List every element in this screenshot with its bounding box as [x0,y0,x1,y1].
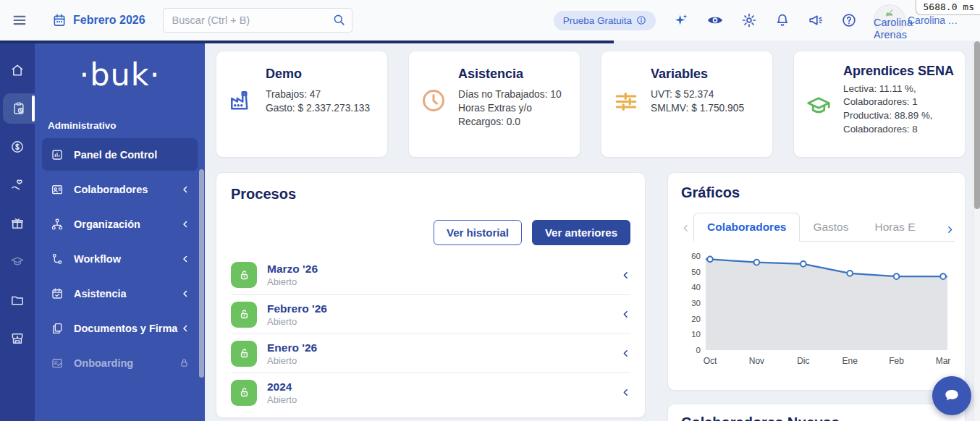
summary-card-asistencia[interactable]: Asistencia Días no Trabajados: 10 Horas … [408,51,580,158]
chevron-left-icon[interactable] [621,310,630,319]
chevron-left-icon [181,289,190,298]
module-rail [0,41,35,421]
sidebar-item-workflow[interactable]: Workflow [42,242,198,275]
proceso-status: Abierto [267,316,621,327]
card-title: Variables [651,66,762,82]
debug-timer-badge: 5688.0 ms [916,0,980,15]
chevron-left-icon [181,220,190,229]
tab-horas-extras[interactable]: Horas Extras [862,213,916,242]
trial-badge[interactable]: Prueba Gratuita [554,11,656,30]
rail-item-payroll-icon[interactable] [0,132,35,162]
card-line: SMLMV: $ 1.750.905 [651,101,762,115]
sidebar-item-onboarding[interactable]: Onboarding [42,346,198,379]
rail-item-files-icon[interactable] [0,285,35,315]
svg-text:60: 60 [691,252,701,260]
page-scrollbar[interactable] [973,41,980,421]
summary-card-variables[interactable]: Variables UVT: $ 52.374 SMLMV: $ 1.750.9… [601,51,773,158]
card-title: Demo [266,66,377,82]
graficos-title: Gráficos [681,184,955,201]
rail-item-home-icon[interactable] [0,55,35,85]
proceso-row-enero-26[interactable]: Enero '26 Abierto [231,333,630,373]
card-line: Productiva: 88.89 %, [843,109,955,123]
avatar-alt-text: Carolina Arenas [874,17,917,41]
tabs-scroll-right-icon[interactable] [945,225,955,234]
svg-text:Oct: Oct [704,356,717,366]
current-period-label: Febrero 2026 [73,14,145,27]
sidebar-scrollbar[interactable] [199,169,204,378]
avatar[interactable]: Carolina Arenas [874,5,905,35]
card-line: Gasto: $ 2.337.273.133 [266,101,377,115]
ai-sparkle-icon[interactable] [673,12,689,28]
sidebar-item-asistencia[interactable]: Asistencia [42,277,198,310]
rail-item-gifts-icon[interactable] [0,208,35,239]
sidebar-item-label: Documentos y Firma [74,323,181,334]
top-bar: Febrero 2026 Prueba Gratuita [0,0,980,41]
workflow-icon [50,252,64,265]
sidebar-item-documentos-y-firma[interactable]: Documentos y Firma [42,312,198,344]
procesos-title: Procesos [231,186,630,203]
proceso-name: Enero '26 [267,341,621,354]
sidebar-item-colaboradores[interactable]: Colaboradores [42,173,198,205]
tab-colaboradores[interactable]: Colaboradores [693,213,800,242]
charts-tab-strip: Colaboradores Gastos Horas Extras [681,211,955,242]
summary-cards-row: Demo Trabajos: 47 Gasto: $ 2.337.273.133… [216,51,966,158]
help-icon[interactable] [841,12,857,28]
tabs-scroll-left-icon[interactable] [681,224,693,242]
period-selector[interactable]: Febrero 2026 [52,13,145,27]
graduation-cap-icon [806,61,843,147]
rail-item-marketplace-icon[interactable] [0,323,35,354]
page-scrollbar-thumb[interactable] [974,41,980,209]
summary-card-demo[interactable]: Demo Trabajos: 47 Gasto: $ 2.337.273.133 [216,51,388,158]
attendance-calendar-icon [50,287,64,300]
card-line: Trabajos: 47 [266,88,377,101]
hamburger-menu-icon[interactable] [12,12,28,28]
rail-item-benefits-icon[interactable] [0,170,35,200]
svg-text:Ene: Ene [842,356,858,366]
proceso-status: Abierto [267,355,621,366]
procesos-panel: Procesos Ver historial Ver anteriores Ma… [216,172,646,418]
main-content: Demo Trabajos: 47 Gasto: $ 2.337.273.133… [205,41,973,421]
collaborators-icon [50,183,64,196]
ver-historial-button[interactable]: Ver historial [434,220,522,245]
summary-card-aprendices-sena[interactable]: Aprendices SENA Lectiva: 11.11 %, Colabo… [793,51,966,158]
proceso-name: Febrero '26 [267,302,621,315]
svg-text:0: 0 [696,346,701,354]
tab-gastos[interactable]: Gastos [800,213,861,242]
settings-gear-icon[interactable] [741,12,757,28]
colaboradores-nuevos-panel: Colaboradores Nuevos [667,404,966,421]
open-lock-icon [231,380,257,406]
ver-anteriores-button[interactable]: Ver anteriores [532,220,630,245]
documents-icon [50,322,64,335]
sidebar-item-label: Panel de Control [74,149,190,161]
chevron-left-icon [181,324,190,333]
chevron-left-icon[interactable] [621,388,630,397]
sidebar-item-label: Organización [74,218,181,230]
chevron-left-icon [181,255,190,263]
proceso-status: Abierto [267,394,621,405]
proceso-status: Abierto [267,276,621,287]
sidebar-item-organizacion[interactable]: Organización [42,208,198,240]
card-title: Aprendices SENA [843,63,955,80]
chevron-left-icon[interactable] [621,349,630,358]
chevron-left-icon [181,185,190,194]
rail-item-admin-icon[interactable] [3,93,35,124]
topbar-actions: Prueba Gratuita Carolina Arenas [554,0,960,41]
announcements-megaphone-icon[interactable] [808,12,824,28]
chevron-left-icon[interactable] [621,271,630,280]
proceso-name: Marzo '26 [267,263,621,276]
rail-item-training-icon[interactable] [0,247,35,277]
proceso-row-febrero-26[interactable]: Febrero '26 Abierto [231,294,630,333]
sidebar-item-label: Colaboradores [74,184,181,195]
search-icon[interactable] [332,13,346,27]
card-line: Colaboradores: 8 [843,123,955,137]
sidebar-item-panel-de-control[interactable]: Panel de Control [42,138,198,171]
privacy-eye-icon[interactable] [706,12,724,29]
colaboradores-nuevos-title: Colaboradores Nuevos [681,414,952,421]
proceso-row-2024[interactable]: 2024 Abierto [231,373,630,412]
notifications-bell-icon[interactable] [774,12,790,28]
chat-button[interactable] [932,376,971,415]
svg-text:Feb: Feb [889,356,904,366]
svg-text:Nov: Nov [749,356,764,366]
proceso-row-marzo-26[interactable]: Marzo '26 Abierto [231,255,630,294]
search-input[interactable] [163,8,352,33]
